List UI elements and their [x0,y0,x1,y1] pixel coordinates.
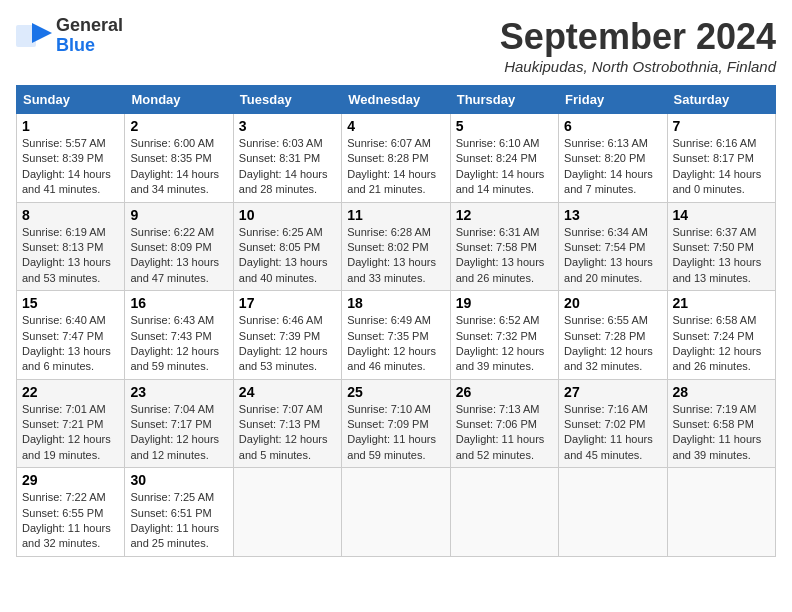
table-row: 1 Sunrise: 5:57 AM Sunset: 8:39 PM Dayli… [17,114,125,203]
daylight-label: Daylight: 14 hours and 41 minutes. [22,168,111,195]
day-number: 9 [130,207,227,223]
sunrise-label: Sunrise: 7:19 AM [673,403,757,415]
sunrise-label: Sunrise: 6:58 AM [673,314,757,326]
day-info: Sunrise: 7:01 AM Sunset: 7:21 PM Dayligh… [22,402,119,464]
day-info: Sunrise: 6:13 AM Sunset: 8:20 PM Dayligh… [564,136,661,198]
day-info: Sunrise: 6:07 AM Sunset: 8:28 PM Dayligh… [347,136,444,198]
sunrise-label: Sunrise: 5:57 AM [22,137,106,149]
daylight-label: Daylight: 11 hours and 25 minutes. [130,522,219,549]
daylight-label: Daylight: 13 hours and 6 minutes. [22,345,111,372]
day-number: 4 [347,118,444,134]
sunset-label: Sunset: 8:28 PM [347,152,428,164]
sunrise-label: Sunrise: 6:25 AM [239,226,323,238]
table-row: 9 Sunrise: 6:22 AM Sunset: 8:09 PM Dayli… [125,202,233,291]
daylight-label: Daylight: 12 hours and 26 minutes. [673,345,762,372]
daylight-label: Daylight: 11 hours and 45 minutes. [564,433,653,460]
sunrise-label: Sunrise: 6:37 AM [673,226,757,238]
day-number: 2 [130,118,227,134]
sunrise-label: Sunrise: 6:07 AM [347,137,431,149]
table-row: 23 Sunrise: 7:04 AM Sunset: 7:17 PM Dayl… [125,379,233,468]
sunrise-label: Sunrise: 6:19 AM [22,226,106,238]
table-row: 15 Sunrise: 6:40 AM Sunset: 7:47 PM Dayl… [17,291,125,380]
location-subtitle: Haukipudas, North Ostrobothnia, Finland [500,58,776,75]
day-number: 18 [347,295,444,311]
sunset-label: Sunset: 7:17 PM [130,418,211,430]
day-info: Sunrise: 6:43 AM Sunset: 7:43 PM Dayligh… [130,313,227,375]
day-number: 6 [564,118,661,134]
sunset-label: Sunset: 7:06 PM [456,418,537,430]
sunrise-label: Sunrise: 7:16 AM [564,403,648,415]
sunset-label: Sunset: 7:09 PM [347,418,428,430]
sunrise-label: Sunrise: 6:16 AM [673,137,757,149]
sunset-label: Sunset: 8:20 PM [564,152,645,164]
day-number: 8 [22,207,119,223]
table-row: 22 Sunrise: 7:01 AM Sunset: 7:21 PM Dayl… [17,379,125,468]
day-info: Sunrise: 6:58 AM Sunset: 7:24 PM Dayligh… [673,313,770,375]
table-row: 30 Sunrise: 7:25 AM Sunset: 6:51 PM Dayl… [125,468,233,557]
day-number: 7 [673,118,770,134]
daylight-label: Daylight: 14 hours and 34 minutes. [130,168,219,195]
day-info: Sunrise: 7:19 AM Sunset: 6:58 PM Dayligh… [673,402,770,464]
table-row: 3 Sunrise: 6:03 AM Sunset: 8:31 PM Dayli… [233,114,341,203]
sunset-label: Sunset: 7:21 PM [22,418,103,430]
sunset-label: Sunset: 7:47 PM [22,330,103,342]
col-thursday: Thursday [450,86,558,114]
day-number: 17 [239,295,336,311]
sunset-label: Sunset: 6:55 PM [22,507,103,519]
day-number: 10 [239,207,336,223]
sunset-label: Sunset: 7:02 PM [564,418,645,430]
sunrise-label: Sunrise: 6:13 AM [564,137,648,149]
sunset-label: Sunset: 8:02 PM [347,241,428,253]
sunset-label: Sunset: 7:24 PM [673,330,754,342]
daylight-label: Daylight: 14 hours and 28 minutes. [239,168,328,195]
day-info: Sunrise: 6:46 AM Sunset: 7:39 PM Dayligh… [239,313,336,375]
sunset-label: Sunset: 6:58 PM [673,418,754,430]
sunrise-label: Sunrise: 6:52 AM [456,314,540,326]
day-number: 24 [239,384,336,400]
col-wednesday: Wednesday [342,86,450,114]
logo-blue-text: Blue [56,35,95,55]
day-info: Sunrise: 6:49 AM Sunset: 7:35 PM Dayligh… [347,313,444,375]
calendar-header-row: Sunday Monday Tuesday Wednesday Thursday… [17,86,776,114]
table-row: 6 Sunrise: 6:13 AM Sunset: 8:20 PM Dayli… [559,114,667,203]
daylight-label: Daylight: 12 hours and 39 minutes. [456,345,545,372]
sunset-label: Sunset: 8:13 PM [22,241,103,253]
daylight-label: Daylight: 13 hours and 13 minutes. [673,256,762,283]
day-number: 12 [456,207,553,223]
day-info: Sunrise: 7:07 AM Sunset: 7:13 PM Dayligh… [239,402,336,464]
day-info: Sunrise: 7:10 AM Sunset: 7:09 PM Dayligh… [347,402,444,464]
table-row: 2 Sunrise: 6:00 AM Sunset: 8:35 PM Dayli… [125,114,233,203]
month-title: September 2024 [500,16,776,58]
table-row: 11 Sunrise: 6:28 AM Sunset: 8:02 PM Dayl… [342,202,450,291]
title-block: September 2024 Haukipudas, North Ostrobo… [500,16,776,75]
logo-icon [16,21,52,51]
table-row [450,468,558,557]
daylight-label: Daylight: 12 hours and 5 minutes. [239,433,328,460]
sunrise-label: Sunrise: 6:43 AM [130,314,214,326]
day-number: 15 [22,295,119,311]
table-row: 16 Sunrise: 6:43 AM Sunset: 7:43 PM Dayl… [125,291,233,380]
table-row: 10 Sunrise: 6:25 AM Sunset: 8:05 PM Dayl… [233,202,341,291]
table-row [342,468,450,557]
daylight-label: Daylight: 12 hours and 19 minutes. [22,433,111,460]
day-info: Sunrise: 6:37 AM Sunset: 7:50 PM Dayligh… [673,225,770,287]
sunset-label: Sunset: 8:05 PM [239,241,320,253]
daylight-label: Daylight: 13 hours and 40 minutes. [239,256,328,283]
table-row: 27 Sunrise: 7:16 AM Sunset: 7:02 PM Dayl… [559,379,667,468]
calendar-table: Sunday Monday Tuesday Wednesday Thursday… [16,85,776,557]
col-tuesday: Tuesday [233,86,341,114]
calendar-week-row: 15 Sunrise: 6:40 AM Sunset: 7:47 PM Dayl… [17,291,776,380]
daylight-label: Daylight: 14 hours and 21 minutes. [347,168,436,195]
day-number: 29 [22,472,119,488]
day-info: Sunrise: 6:16 AM Sunset: 8:17 PM Dayligh… [673,136,770,198]
day-info: Sunrise: 6:03 AM Sunset: 8:31 PM Dayligh… [239,136,336,198]
logo-general-text: General [56,15,123,35]
day-number: 14 [673,207,770,223]
table-row: 4 Sunrise: 6:07 AM Sunset: 8:28 PM Dayli… [342,114,450,203]
day-info: Sunrise: 7:16 AM Sunset: 7:02 PM Dayligh… [564,402,661,464]
day-number: 16 [130,295,227,311]
table-row: 20 Sunrise: 6:55 AM Sunset: 7:28 PM Dayl… [559,291,667,380]
sunrise-label: Sunrise: 7:01 AM [22,403,106,415]
calendar-week-row: 22 Sunrise: 7:01 AM Sunset: 7:21 PM Dayl… [17,379,776,468]
day-info: Sunrise: 6:19 AM Sunset: 8:13 PM Dayligh… [22,225,119,287]
